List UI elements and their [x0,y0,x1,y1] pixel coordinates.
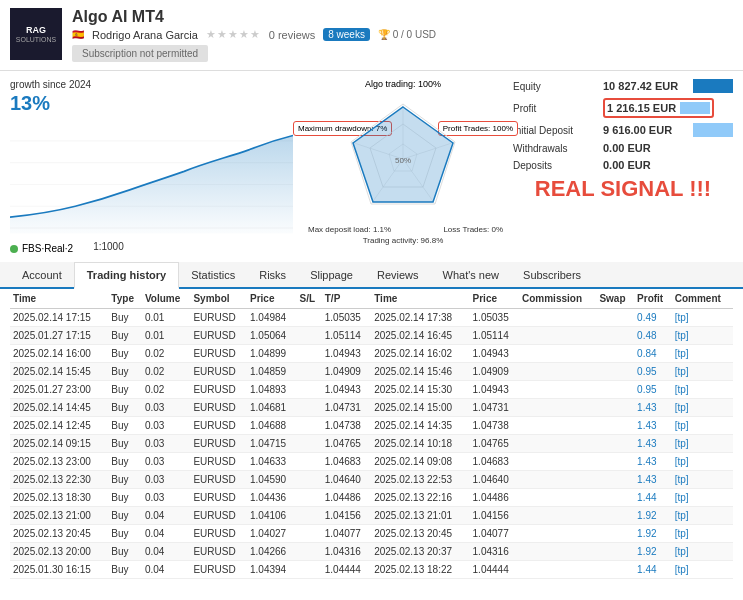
cell-r12-c10 [596,525,634,543]
cell-r5-c7: 2025.02.14 15:00 [371,399,469,417]
cell-r12-c9 [519,525,596,543]
cell-r2-c10 [596,345,634,363]
logo-text: RAG [16,25,56,36]
header-row: TimeTypeVolumeSymbolPriceS/LT/PTimePrice… [10,289,733,309]
col-swap: Swap [596,289,634,309]
cell-r4-c5 [296,381,321,399]
cell-r11-c2: 0.04 [142,507,191,525]
cell-r11-c10 [596,507,634,525]
cell-r13-c1: Buy [108,543,142,561]
withdrawals-row: Withdrawals 0.00 EUR [513,142,733,154]
cell-r0-c11: 0.49 [634,309,672,327]
cell-r9-c3: EURUSD [190,471,247,489]
trading-table: TimeTypeVolumeSymbolPriceS/LT/PTimePrice… [10,289,733,579]
cell-r6-c10 [596,417,634,435]
radar-chart: 50% [318,91,488,221]
cell-r9-c1: Buy [108,471,142,489]
cell-r7-c2: 0.03 [142,435,191,453]
cell-r10-c10 [596,489,634,507]
withdrawals-label: Withdrawals [513,143,603,154]
cell-r6-c5 [296,417,321,435]
cell-r2-c9 [519,345,596,363]
cell-r14-c0: 2025.01.30 16:15 [10,561,108,579]
cell-r13-c11: 1.92 [634,543,672,561]
tab-subscribers[interactable]: Subscribers [511,262,593,287]
tab-reviews[interactable]: Reviews [365,262,431,287]
cell-r10-c7: 2025.02.13 22:16 [371,489,469,507]
cell-r10-c0: 2025.02.13 18:30 [10,489,108,507]
cell-r13-c12: [tp] [672,543,733,561]
cell-r9-c9 [519,471,596,489]
cell-r12-c4: 1.04027 [247,525,296,543]
header-info: Algo AI MT4 🇪🇸 Rodrigo Arana Garcia ★★★★… [72,8,733,62]
cell-r2-c3: EURUSD [190,345,247,363]
table-row: 2025.01.27 17:15Buy0.01EURUSD1.050641.05… [10,327,733,345]
tab-risks[interactable]: Risks [247,262,298,287]
cell-r7-c7: 2025.02.14 10:18 [371,435,469,453]
cell-r1-c0: 2025.01.27 17:15 [10,327,108,345]
cell-r11-c7: 2025.02.13 21:01 [371,507,469,525]
cell-r1-c7: 2025.02.14 16:45 [371,327,469,345]
table-row: 2025.02.13 21:00Buy0.04EURUSD1.041061.04… [10,507,733,525]
cell-r4-c2: 0.02 [142,381,191,399]
cell-r14-c11: 1.44 [634,561,672,579]
cell-r9-c8: 1.04640 [470,471,519,489]
radar-bottom-labels: Max deposit load: 1.1% Loss Trades: 0% [303,223,503,234]
cell-r1-c12: [tp] [672,327,733,345]
header-title: Algo AI MT4 [72,8,733,26]
cell-r7-c10 [596,435,634,453]
cell-r6-c1: Buy [108,417,142,435]
cell-r13-c10 [596,543,634,561]
cell-r8-c8: 1.04683 [470,453,519,471]
cell-r12-c2: 0.04 [142,525,191,543]
header-meta: 🇪🇸 Rodrigo Arana Garcia ★★★★★ 0 reviews … [72,28,733,41]
cell-r11-c1: Buy [108,507,142,525]
cell-r3-c8: 1.04909 [470,363,519,381]
withdrawals-value: 0.00 EUR [603,142,693,154]
left-panel: growth since 2024 13% [10,79,293,254]
cell-r5-c3: EURUSD [190,399,247,417]
tab-account[interactable]: Account [10,262,74,287]
tab-trading-history[interactable]: Trading history [74,262,179,289]
header: RAG SOLUTIONS Algo AI MT4 🇪🇸 Rodrigo Ara… [0,0,743,71]
svg-marker-13 [353,107,453,202]
table-row: 2025.02.14 14:45Buy0.03EURUSD1.046811.04… [10,399,733,417]
tab-slippage[interactable]: Slippage [298,262,365,287]
tab-what's-new[interactable]: What's new [431,262,512,287]
table-row: 2025.02.14 15:45Buy0.02EURUSD1.048591.04… [10,363,733,381]
cell-r11-c3: EURUSD [190,507,247,525]
fbs-label: FBS·Real·2 [22,243,73,254]
cell-r0-c7: 2025.02.14 17:38 [371,309,469,327]
cell-r12-c12: [tp] [672,525,733,543]
col-commission: Commission [519,289,596,309]
col-time: Time [371,289,469,309]
cell-r13-c5 [296,543,321,561]
col-type: Type [108,289,142,309]
cell-r6-c4: 1.04688 [247,417,296,435]
loss-trades-label: Loss Trades: 0% [443,225,503,234]
subscription-button[interactable]: Subscription not permitted [72,45,208,62]
cell-r5-c9 [519,399,596,417]
profit-bar [680,102,710,114]
cell-r9-c5 [296,471,321,489]
cell-r14-c8: 1.04444 [470,561,519,579]
cell-r3-c6: 1.04909 [322,363,371,381]
cell-r8-c2: 0.03 [142,453,191,471]
cell-r10-c8: 1.04486 [470,489,519,507]
cell-r0-c6: 1.05035 [322,309,371,327]
cell-r1-c3: EURUSD [190,327,247,345]
table-row: 2025.02.14 09:15Buy0.03EURUSD1.047151.04… [10,435,733,453]
cell-r10-c1: Buy [108,489,142,507]
cell-r3-c12: [tp] [672,363,733,381]
cell-r12-c0: 2025.02.13 20:45 [10,525,108,543]
cell-r7-c6: 1.04765 [322,435,371,453]
cell-r11-c8: 1.04156 [470,507,519,525]
weeks-badge: 8 weeks [323,28,370,41]
max-deposit-label: Max deposit load: 1.1% [308,225,391,234]
radar-container: 50% [303,91,503,221]
cell-r0-c2: 0.01 [142,309,191,327]
cell-r4-c0: 2025.01.27 23:00 [10,381,108,399]
cell-r1-c1: Buy [108,327,142,345]
table-row: 2025.02.14 17:15Buy0.01EURUSD1.049841.05… [10,309,733,327]
tab-statistics[interactable]: Statistics [179,262,247,287]
